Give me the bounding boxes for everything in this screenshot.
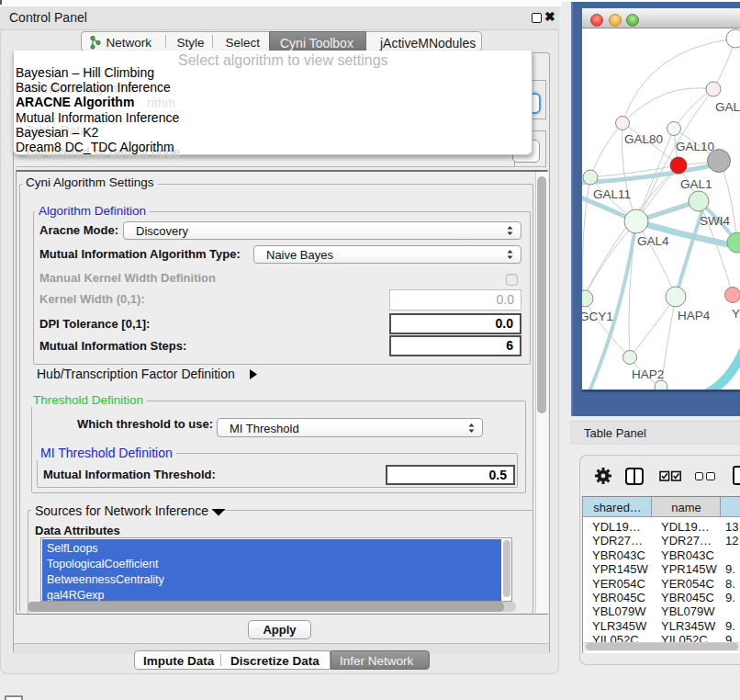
svg-text:Y: Y	[732, 307, 740, 321]
svg-text:GAL80: GAL80	[624, 132, 663, 146]
svg-text:HAP4: HAP4	[678, 309, 711, 322]
svg-text:GAL7: GAL7	[715, 100, 740, 114]
svg-text:GCY1: GCY1	[582, 310, 613, 323]
svg-text:GAL11: GAL11	[593, 187, 631, 201]
svg-text:GAL10: GAL10	[676, 140, 714, 153]
svg-text:SWI4: SWI4	[700, 214, 730, 228]
svg-text:GAL1: GAL1	[680, 177, 712, 191]
svg-text:HAP2: HAP2	[632, 367, 664, 381]
svg-text:GAL4: GAL4	[637, 234, 669, 248]
